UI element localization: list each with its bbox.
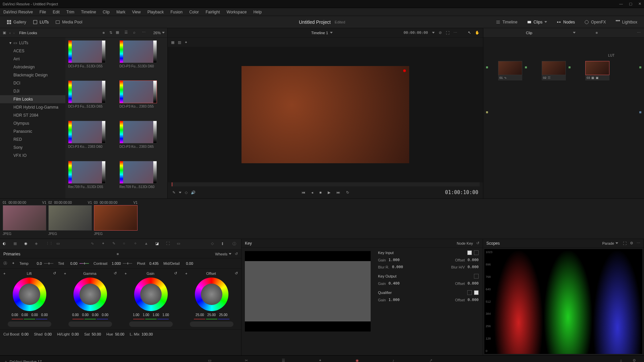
clip-thumbnail[interactable]: 0300:00:00:00V1 JPEG [94,201,138,237]
unmix-icon[interactable]: ◇ [185,190,187,195]
expand-icon[interactable]: ⛶ [446,31,449,35]
keyframe-icon[interactable]: ◇ [211,241,217,247]
node-mode[interactable]: Clip [526,31,532,35]
menu-item[interactable]: Workspace [223,10,250,14]
menu-item[interactable]: Playback [144,10,167,14]
tree-root[interactable]: ▾▭LUTs [0,39,65,47]
picker-icon[interactable]: + [3,272,5,276]
gallery-button[interactable]: Gallery [3,18,30,26]
tree-folder[interactable]: RED [0,135,65,143]
menu-item[interactable]: Trim [63,10,78,14]
search-icon[interactable]: ⌕ [133,30,139,36]
lut-thumbnail[interactable]: DCI-P3 Fu...513Di D60 [119,40,165,75]
node-graph[interactable]: LUT 01∿ 02☷ 03▦▣ [483,38,644,198]
matte-icon[interactable] [467,250,472,255]
project-settings-icon[interactable]: ⚙ [633,358,639,362]
tree-folder[interactable]: Astrodesign [0,63,65,71]
openfx-button[interactable]: OpenFX [581,18,609,26]
go-last-icon[interactable]: ⏭ [336,190,340,194]
wheels-icon[interactable]: ◉ [24,241,30,247]
reset-icon[interactable]: ↺ [174,271,177,276]
menu-item[interactable]: Timeline [77,10,99,14]
reset-icon[interactable]: ↺ [53,271,56,276]
home-icon[interactable]: ⌂ [5,360,7,362]
reset-icon[interactable]: ↺ [235,271,238,276]
more-icon[interactable]: ⋯ [637,241,640,245]
tree-folder[interactable]: VFX IO [0,152,65,160]
mediapool-button[interactable]: Media Pool [52,18,86,26]
highlight-icon[interactable]: ▦ [171,40,174,45]
chevron-down-icon[interactable] [573,32,576,34]
close-icon[interactable]: ✕ [638,2,641,6]
more-icon[interactable]: ⋯ [637,31,641,35]
maximize-icon[interactable]: ▢ [629,2,632,6]
zoom-level[interactable]: 26% [153,31,161,35]
reset-icon[interactable]: ↺ [476,241,479,245]
tree-folder[interactable]: ACES [0,47,65,55]
fairlight-page-icon[interactable]: ♪ [392,358,399,362]
menu-item[interactable]: Help [250,10,265,14]
motion-icon[interactable]: ▭ [56,241,62,247]
hdr-icon[interactable]: ◈ [35,241,41,247]
key-mode[interactable]: Node Key [457,241,473,245]
step-back-icon[interactable]: ◂ [311,190,313,195]
jog-wheel[interactable] [68,321,112,327]
hand-icon[interactable]: ✋ [475,31,480,35]
matte-icon[interactable] [467,290,472,295]
chevron-down-icon[interactable] [330,32,333,34]
invert-icon[interactable] [474,290,479,295]
menu-item[interactable]: Clip [99,10,113,14]
picker-icon[interactable]: + [185,272,187,276]
camera-raw-icon[interactable]: ◐ [3,241,9,247]
media-page-icon[interactable]: ▭ [208,358,215,362]
menu-item[interactable]: Mark [113,10,129,14]
jog-wheel[interactable] [129,321,173,327]
node[interactable]: 02☷ [542,61,566,80]
chevron-down-icon[interactable] [179,192,181,193]
lut-thumbnail[interactable]: DCI-P3 Fu...513Di D55 [68,40,113,75]
sizing-icon[interactable]: ⛶ [166,241,172,247]
contrast-slider[interactable] [123,263,132,264]
chevron-down-icon[interactable] [229,253,231,255]
menu-item[interactable]: Color [186,10,202,14]
alpha-output[interactable] [639,111,641,113]
picker-icon[interactable]: ✦ [12,261,15,265]
wheels-mode[interactable]: Wheels [215,252,227,256]
tree-folder[interactable]: Blackmagic Design [0,71,65,79]
warper-icon[interactable]: ✦ [102,241,108,247]
bypass-icon[interactable]: ⊘ [439,31,442,35]
list-view-icon[interactable]: ☰ [124,30,130,36]
lightbox-button[interactable]: Lightbox [612,18,641,26]
color-wheel[interactable] [13,278,46,311]
temp-slider[interactable] [44,263,53,264]
play-icon[interactable]: ▶ [328,190,330,195]
jog-wheel[interactable] [8,321,51,327]
node[interactable]: 03▦▣ [585,61,609,80]
sort-icon[interactable]: ⇅ [109,31,112,35]
3d-icon[interactable]: ▭ [177,241,183,247]
key-icon[interactable]: ◪ [155,241,161,247]
lut-thumbnail[interactable]: DCI-P3 Ko... 2383 D55 [119,80,165,115]
timeline-name[interactable]: Timeline 1 [311,31,328,35]
reset-icon[interactable]: ↺ [114,271,117,276]
clip-thumbnail[interactable]: 0100:00:00:00V1 JPEG [3,201,46,237]
pointer-icon[interactable]: ↖ [468,31,471,35]
timeline-button[interactable]: Timeline [492,18,521,26]
node-connector[interactable] [569,66,571,68]
panel-toggle-icon[interactable]: ▣ [3,31,6,35]
more-icon[interactable]: ⋯ [142,30,147,36]
lut-thumbnail[interactable]: DCI-P3 Fu...513Di D65 [68,80,113,115]
menu-item[interactable]: File [36,10,49,14]
menu-item[interactable]: Edit [49,10,63,14]
deliver-page-icon[interactable]: ↗ [429,358,436,362]
lut-thumbnail[interactable]: DCI-P3 Ko... 2383 D60 [68,121,113,156]
scopes-mode[interactable]: Parade [602,241,614,245]
scopes-icon[interactable]: ⫿ [222,241,228,247]
color-wheel[interactable] [73,278,107,311]
alpha-connector[interactable] [486,111,488,113]
viewer-timecode[interactable]: 00:00:00:00 [404,31,428,35]
invert-icon[interactable] [474,274,479,279]
audio-icon[interactable]: 🔊 [191,190,196,195]
wand-icon[interactable]: ✦ [184,40,187,45]
tree-folder[interactable]: DCI [0,79,65,87]
